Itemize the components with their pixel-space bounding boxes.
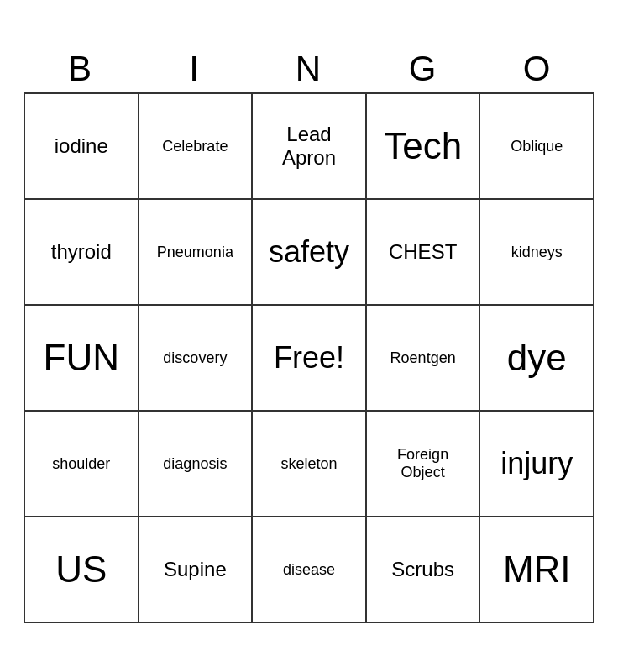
bingo-card: BINGO iodineCelebrateLeadApronTechObliqu… (24, 49, 594, 623)
header-letter-I: I (138, 49, 252, 89)
grid-row-0: iodineCelebrateLeadApronTechOblique (24, 93, 594, 199)
grid-cell-2-0: FUN (24, 305, 139, 411)
grid-cell-3-3: ForeignObject (366, 411, 480, 517)
grid-cell-4-1: Supine (139, 517, 253, 622)
grid-cell-3-0: shoulder (24, 411, 139, 517)
grid-cell-2-3: Roentgen (366, 305, 480, 411)
bingo-grid: iodineCelebrateLeadApronTechObliquethyro… (24, 92, 594, 623)
grid-cell-1-1: Pneumonia (139, 199, 253, 305)
grid-cell-4-4: MRI (479, 517, 594, 622)
grid-cell-4-0: US (24, 517, 139, 622)
grid-row-3: shoulderdiagnosisskeletonForeignObjectin… (24, 411, 594, 517)
grid-cell-4-3: Scrubs (366, 517, 480, 622)
grid-cell-0-1: Celebrate (139, 93, 253, 199)
grid-row-2: FUNdiscoveryFree!Roentgendye (24, 305, 594, 411)
grid-cell-2-4: dye (479, 305, 594, 411)
grid-cell-3-2: skeleton (252, 411, 366, 517)
grid-cell-2-1: discovery (139, 305, 253, 411)
header-letter-B: B (24, 49, 138, 89)
grid-cell-0-2: LeadApron (252, 93, 366, 199)
header-letter-O: O (480, 49, 594, 89)
grid-cell-1-3: CHEST (366, 199, 480, 305)
grid-cell-0-0: iodine (24, 93, 139, 199)
grid-cell-3-1: diagnosis (139, 411, 253, 517)
header-letter-N: N (252, 49, 366, 89)
grid-cell-2-2: Free! (252, 305, 366, 411)
grid-row-4: USSupinediseaseScrubsMRI (24, 517, 594, 622)
grid-row-1: thyroidPneumoniasafetyCHESTkidneys (24, 199, 594, 305)
grid-cell-4-2: disease (252, 517, 366, 622)
header-letter-G: G (366, 49, 480, 89)
grid-cell-1-2: safety (252, 199, 366, 305)
bingo-header: BINGO (24, 49, 594, 89)
grid-cell-1-4: kidneys (479, 199, 594, 305)
grid-cell-3-4: injury (479, 411, 594, 517)
grid-cell-0-4: Oblique (479, 93, 594, 199)
grid-cell-1-0: thyroid (24, 199, 139, 305)
grid-cell-0-3: Tech (366, 93, 480, 199)
